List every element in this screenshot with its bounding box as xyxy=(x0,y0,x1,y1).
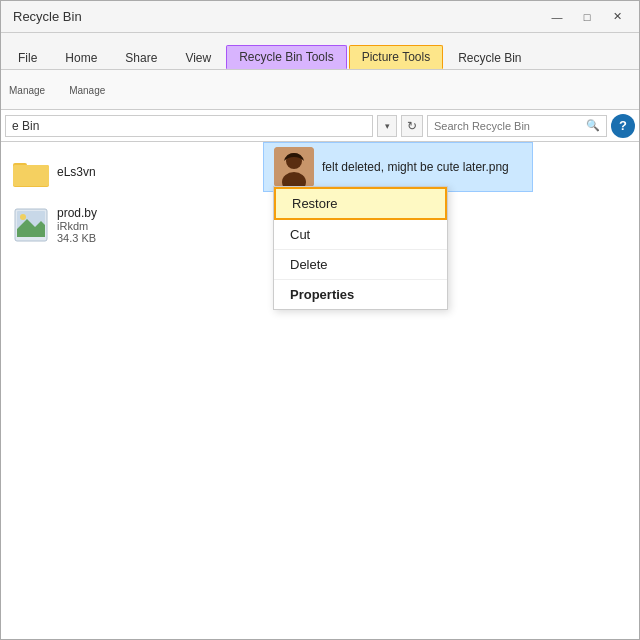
ribbon-group-label-1: Manage xyxy=(9,85,45,96)
explorer-window: Recycle Bin — □ ✕ File Home Share View R… xyxy=(0,0,640,640)
selected-file-container: felt deleted, might be cute later.png Re… xyxy=(263,142,533,192)
address-dropdown[interactable]: ▾ xyxy=(377,115,397,137)
file-list: eLs3vn prod.by iRkdm 34.3 KB xyxy=(9,150,209,248)
search-icon: 🔍 xyxy=(586,119,600,132)
file-area: eLs3vn prod.by iRkdm 34.3 KB xyxy=(1,142,639,639)
address-box[interactable]: e Bin xyxy=(5,115,373,137)
file-name: prod.by xyxy=(57,206,97,220)
tab-home[interactable]: Home xyxy=(52,46,110,69)
ribbon-group-manage-2: Manage xyxy=(69,83,105,96)
refresh-icon: ↻ xyxy=(407,119,417,133)
folder-icon xyxy=(13,154,49,190)
window-controls: — □ ✕ xyxy=(543,6,631,28)
title-bar: Recycle Bin — □ ✕ xyxy=(1,1,639,33)
tab-recycle-bin[interactable]: Recycle Bin xyxy=(445,46,534,69)
svg-point-5 xyxy=(20,214,26,220)
ribbon-group-manage-1: Manage xyxy=(9,83,45,96)
search-box[interactable]: 🔍 xyxy=(427,115,607,137)
list-item[interactable]: prod.by iRkdm 34.3 KB xyxy=(9,202,209,248)
ribbon: File Home Share View Recycle Bin Tools P… xyxy=(1,33,639,110)
file-sub1: iRkdm xyxy=(57,220,97,232)
ribbon-group-label-2: Manage xyxy=(69,85,105,96)
svg-rect-2 xyxy=(13,165,49,186)
file-info: prod.by iRkdm 34.3 KB xyxy=(57,206,97,244)
image-icon xyxy=(13,207,49,243)
context-menu-restore[interactable]: Restore xyxy=(274,187,447,220)
tab-file[interactable]: File xyxy=(5,46,50,69)
file-size: 34.3 KB xyxy=(57,232,97,244)
address-path: e Bin xyxy=(12,119,39,133)
tab-share[interactable]: Share xyxy=(112,46,170,69)
close-button[interactable]: ✕ xyxy=(603,6,631,28)
ribbon-tab-bar: File Home Share View Recycle Bin Tools P… xyxy=(1,33,639,69)
list-item[interactable]: eLs3vn xyxy=(9,150,209,194)
file-name: eLs3vn xyxy=(57,165,96,179)
ribbon-action-bar: Manage Manage xyxy=(1,69,639,109)
tab-recycle-bin-tools[interactable]: Recycle Bin Tools xyxy=(226,45,347,69)
tab-picture-tools[interactable]: Picture Tools xyxy=(349,45,443,69)
context-menu-properties[interactable]: Properties xyxy=(274,280,447,309)
window-title: Recycle Bin xyxy=(9,9,543,24)
maximize-button[interactable]: □ xyxy=(573,6,601,28)
refresh-button[interactable]: ↻ xyxy=(401,115,423,137)
selected-file-highlight[interactable]: felt deleted, might be cute later.png xyxy=(263,142,533,192)
context-menu-delete[interactable]: Delete xyxy=(274,250,447,280)
tab-view[interactable]: View xyxy=(172,46,224,69)
file-thumbnail xyxy=(274,147,314,187)
search-input[interactable] xyxy=(434,120,582,132)
help-button[interactable]: ? xyxy=(611,114,635,138)
minimize-button[interactable]: — xyxy=(543,6,571,28)
address-bar: e Bin ▾ ↻ 🔍 ? xyxy=(1,110,639,142)
context-menu-cut[interactable]: Cut xyxy=(274,220,447,250)
chevron-down-icon: ▾ xyxy=(385,121,390,131)
file-info: eLs3vn xyxy=(57,165,96,179)
context-menu: Restore Cut Delete Properties xyxy=(273,186,448,310)
selected-file-name: felt deleted, might be cute later.png xyxy=(322,160,509,174)
